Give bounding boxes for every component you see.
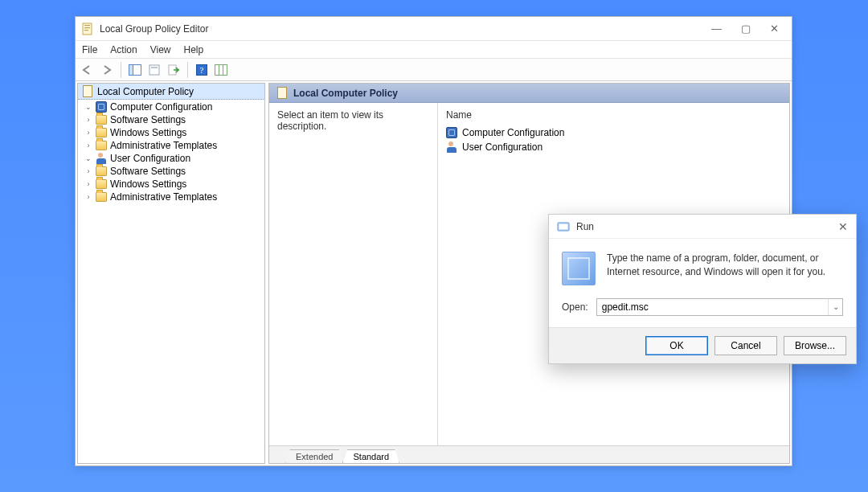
computer-config-icon: [96, 101, 107, 113]
tree-node-label: Windows Settings: [110, 178, 186, 190]
chevron-right-icon[interactable]: ›: [84, 129, 92, 137]
list-item-computer-config[interactable]: Computer Configuration: [444, 125, 783, 140]
run-title-icon: [557, 220, 570, 233]
chevron-down-icon[interactable]: ⌄: [84, 103, 92, 111]
export-icon: [168, 64, 179, 76]
run-title-label: Run: [576, 221, 594, 232]
policy-icon: [83, 85, 92, 97]
tree-root-label: Local Computer Policy: [97, 86, 194, 97]
chevron-right-icon[interactable]: ›: [84, 193, 92, 201]
tree-node-user-config[interactable]: ⌄ User Configuration: [81, 152, 264, 165]
title-bar[interactable]: Local Group Policy Editor — ▢ ✕: [76, 17, 792, 41]
tree-node-label: Administrative Templates: [110, 191, 217, 203]
run-browse-button[interactable]: Browse...: [784, 336, 846, 355]
menu-bar: File Action View Help: [76, 41, 792, 59]
list-item-label: User Configuration: [462, 141, 542, 153]
svg-rect-7: [151, 67, 158, 68]
content-tabs: Extended Standard: [269, 445, 789, 463]
tree-node-software-settings[interactable]: › Software Settings: [81, 165, 264, 178]
computer-config-icon: [446, 127, 457, 138]
back-button[interactable]: [79, 61, 96, 79]
show-hide-tree-button[interactable]: [126, 61, 144, 79]
chevron-right-icon[interactable]: ›: [84, 116, 92, 124]
menu-view[interactable]: View: [150, 44, 171, 55]
tree-node-label: User Configuration: [110, 153, 190, 164]
tree-node-windows-settings[interactable]: › Windows Settings: [81, 126, 264, 139]
maximize-button[interactable]: ▢: [741, 23, 751, 34]
folder-icon: [96, 179, 107, 189]
folder-icon: [96, 115, 107, 125]
svg-rect-15: [559, 224, 567, 229]
svg-rect-11: [215, 64, 227, 75]
toolbar: ?: [76, 59, 792, 81]
tree-node-label: Windows Settings: [110, 127, 186, 138]
run-button-row: OK Cancel Browse...: [549, 327, 856, 363]
tree-root[interactable]: Local Computer Policy: [77, 83, 265, 100]
run-open-combobox[interactable]: ⌄: [596, 298, 843, 316]
panel-icon: [129, 64, 141, 76]
description-column: Select an item to view its description.: [269, 103, 438, 445]
svg-rect-5: [129, 64, 133, 75]
chevron-right-icon[interactable]: ›: [84, 141, 92, 150]
help-icon: ?: [196, 64, 207, 76]
help-button[interactable]: ?: [193, 61, 211, 79]
run-cancel-button[interactable]: Cancel: [714, 336, 777, 355]
user-config-icon: [96, 153, 107, 164]
run-dialog: Run ✕ Type the name of a program, folder…: [548, 214, 857, 364]
app-icon: [82, 23, 95, 35]
run-title-bar[interactable]: Run ✕: [549, 215, 856, 239]
toolbar-separator: [121, 62, 121, 78]
properties-icon: [149, 64, 160, 76]
window-title: Local Group Policy Editor: [100, 23, 208, 35]
chevron-down-icon[interactable]: ⌄: [84, 154, 92, 162]
properties-button[interactable]: [145, 61, 163, 79]
run-close-button[interactable]: ✕: [838, 220, 848, 233]
tree-pane[interactable]: Local Computer Policy ⌄ Computer Configu…: [77, 83, 265, 464]
list-item-label: Computer Configuration: [462, 127, 564, 138]
svg-text:?: ?: [200, 65, 204, 75]
arrow-left-icon: [82, 65, 93, 75]
minimize-button[interactable]: —: [711, 23, 722, 34]
filter-button[interactable]: [212, 61, 230, 79]
list-item-user-config[interactable]: User Configuration: [444, 140, 783, 154]
run-program-icon: [562, 252, 596, 285]
tree-node-label: Software Settings: [110, 114, 186, 125]
chevron-down-icon[interactable]: ⌄: [828, 299, 842, 315]
tab-extended[interactable]: Extended: [285, 449, 343, 464]
list-header-name[interactable]: Name: [444, 106, 783, 125]
svg-rect-6: [149, 65, 159, 75]
columns-icon: [215, 64, 227, 76]
tree-node-admin-templates[interactable]: › Administrative Templates: [81, 139, 264, 152]
tree-node-software-settings[interactable]: › Software Settings: [81, 113, 264, 126]
menu-file[interactable]: File: [82, 44, 97, 55]
run-description: Type the name of a program, folder, docu…: [607, 252, 843, 285]
svg-rect-2: [84, 27, 90, 28]
folder-icon: [96, 128, 107, 137]
toolbar-separator: [187, 62, 188, 78]
tree-node-label: Computer Configuration: [110, 101, 212, 113]
tree-node-windows-settings[interactable]: › Windows Settings: [81, 178, 264, 191]
tab-standard[interactable]: Standard: [342, 449, 399, 464]
export-button[interactable]: [165, 61, 182, 79]
run-open-input[interactable]: [597, 300, 828, 314]
tree-node-computer-config[interactable]: ⌄ Computer Configuration: [81, 100, 264, 113]
tree-node-label: Administrative Templates: [110, 140, 217, 151]
tree-node-admin-templates[interactable]: › Administrative Templates: [81, 191, 264, 203]
arrow-right-icon: [101, 65, 113, 75]
chevron-right-icon[interactable]: ›: [84, 180, 92, 188]
folder-icon: [96, 192, 107, 202]
tree-node-label: Software Settings: [110, 166, 186, 177]
user-config-icon: [446, 141, 457, 153]
close-button[interactable]: ✕: [770, 23, 779, 34]
menu-help[interactable]: Help: [184, 44, 204, 55]
policy-icon: [277, 87, 287, 99]
chevron-right-icon[interactable]: ›: [84, 167, 92, 175]
forward-button[interactable]: [98, 61, 116, 79]
menu-action[interactable]: Action: [110, 44, 137, 55]
run-open-label: Open:: [562, 301, 588, 313]
content-header-label: Local Computer Policy: [293, 88, 398, 99]
svg-rect-3: [84, 30, 88, 31]
run-ok-button[interactable]: OK: [645, 336, 708, 355]
svg-rect-1: [84, 25, 90, 26]
folder-icon: [96, 166, 107, 176]
